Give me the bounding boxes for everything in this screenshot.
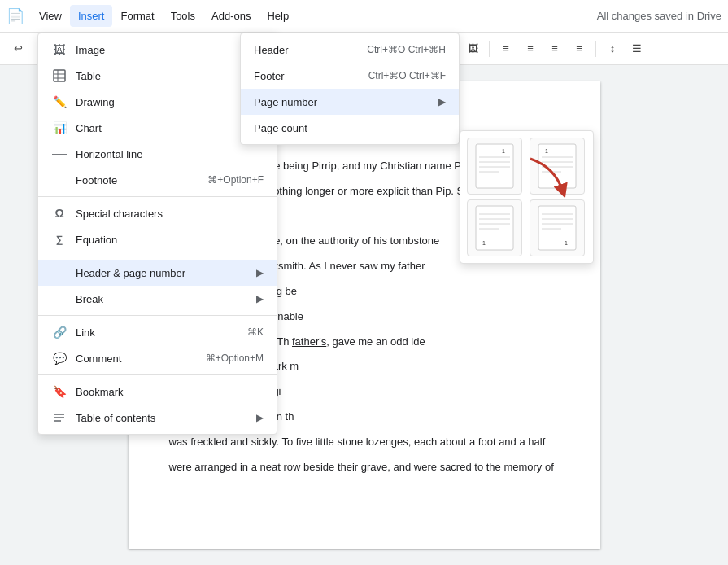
footnote-icon [51,172,68,188]
svg-rect-25 [538,206,576,250]
drawing-icon: ✏️ [51,94,68,110]
svg-text:1: 1 [482,240,486,246]
submenu-page-count[interactable]: Page count [241,115,459,141]
align-justify-button[interactable]: ≡ [568,37,591,60]
menu-item-break[interactable]: Break ▶ [38,286,277,312]
bookmark-icon: 🔖 [51,383,68,400]
align-right-button[interactable]: ≡ [543,37,566,60]
page-number-arrow: ▶ [438,96,446,107]
separator-2 [38,256,277,256]
svg-rect-7 [476,144,513,188]
menu-insert[interactable]: Insert [70,5,113,27]
paragraph-12: was freckled and sickly. To five little … [169,434,560,451]
menu-item-comment[interactable]: 💬 Comment ⌘+Option+M [38,345,277,371]
svg-rect-0 [54,70,65,81]
table-icon [51,68,68,84]
horizontal-line-icon: — [51,146,68,162]
image-button[interactable]: 🖼 [461,37,484,60]
arrow-icon: ▶ [256,293,264,304]
menu-item-equation[interactable]: ∑ Equation [38,226,277,252]
arrow-icon: ▶ [256,267,264,278]
align-left-button[interactable]: ≡ [495,37,517,60]
pn-option-bottom-left[interactable]: 1 [467,199,522,256]
separator-4 [38,374,277,375]
break-icon [51,291,68,307]
menu-addons[interactable]: Add-ons [203,5,259,27]
divider-7 [595,41,596,57]
pn-option-top-left[interactable]: 1 [530,138,585,195]
menu-view[interactable]: View [31,5,70,27]
page-number-submenu: 1 1 1 [460,130,594,264]
menu-format[interactable]: Format [112,5,162,27]
link-icon: 🔗 [51,324,68,340]
menu-item-footnote[interactable]: Footnote ⌘+Option+F [38,167,277,193]
submenu-page-number[interactable]: Page number ▶ [241,89,459,115]
svg-text:1: 1 [565,240,568,246]
comment-icon: 💬 [51,350,68,366]
line-spacing-button[interactable]: ↕ [601,37,624,60]
chart-icon: 📊 [51,120,68,136]
menu-item-horizontal-line[interactable]: — Horizontal line [38,141,277,167]
separator-3 [38,315,277,316]
menu-item-special-chars[interactable]: Ω Special characters [38,200,277,226]
paragraph-13: were arranged in a neat row beside their… [169,459,560,476]
menu-item-bookmark[interactable]: 🔖 Bookmark [38,379,277,405]
menu-item-link[interactable]: 🔗 Link ⌘K [38,319,277,345]
underlined-word: father's [292,335,326,348]
pn-option-top-right[interactable]: 1 [467,138,522,195]
svg-rect-19 [476,206,513,250]
svg-text:1: 1 [545,148,548,154]
separator-1 [38,196,277,197]
submenu-footer[interactable]: Footer Ctrl+⌘O Ctrl+⌘F [241,63,459,89]
image-icon: 🖼 [51,42,68,58]
align-center-button[interactable]: ≡ [519,37,542,60]
submenu-header-page: Header Ctrl+⌘O Ctrl+⌘H Footer Ctrl+⌘O Ct… [240,33,460,145]
menu-tools[interactable]: Tools [163,5,203,27]
menu-help[interactable]: Help [259,5,297,27]
menu-item-toc[interactable]: Table of contents ▶ [38,405,277,431]
divider-6 [489,41,490,57]
list-button[interactable]: ☰ [626,37,648,60]
menu-bar: 📄 View Insert Format Tools Add-ons Help … [0,0,728,33]
save-status: All changes saved in Drive [597,10,721,22]
svg-rect-13 [538,144,576,188]
pn-option-bottom-right[interactable]: 1 [530,199,585,256]
menu-item-header-page[interactable]: Header & page number ▶ [38,260,277,286]
special-chars-icon: Ω [51,205,68,221]
header-page-icon [51,265,68,281]
app-logo: 📄 [7,7,24,25]
svg-text:1: 1 [502,148,505,154]
equation-icon: ∑ [51,231,68,247]
submenu-header[interactable]: Header Ctrl+⌘O Ctrl+⌘H [241,37,459,63]
toc-icon [51,410,68,426]
toolbar-undo[interactable]: ↩ [7,37,29,60]
arrow-icon: ▶ [256,412,264,423]
